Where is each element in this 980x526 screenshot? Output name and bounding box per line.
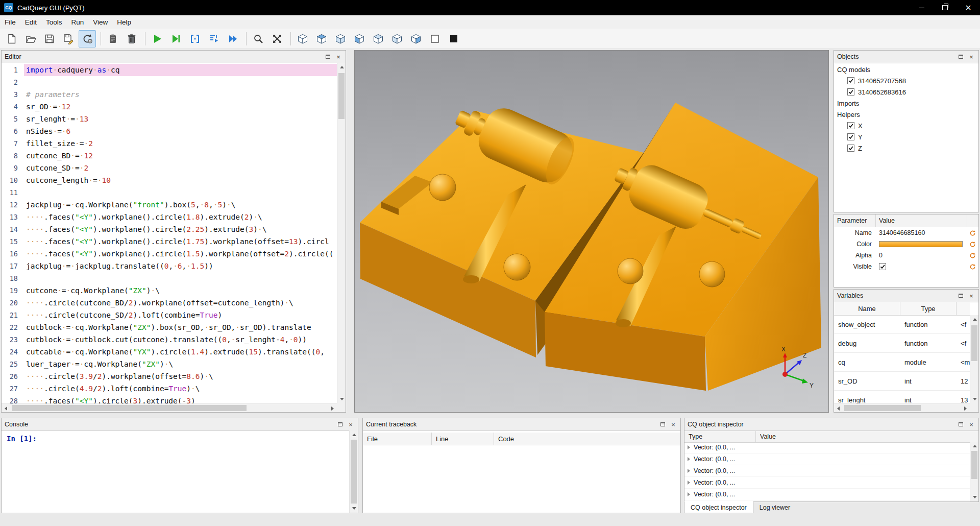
property-value[interactable]: 0 <box>876 252 967 259</box>
variable-row-debug[interactable]: debugfunction<f <box>834 334 970 353</box>
code-line[interactable]: 1import·cadquery·as·cq <box>2 64 337 76</box>
reset-button[interactable] <box>967 228 977 237</box>
code-line[interactable]: 14····.faces("<Y").workplane().circle(2.… <box>2 223 337 235</box>
tree-item-imports[interactable]: Imports <box>834 98 978 109</box>
expand-icon[interactable] <box>688 469 690 473</box>
code-line[interactable]: 9cutcone_SD·=·2 <box>2 162 337 174</box>
menu-view[interactable]: View <box>88 15 112 29</box>
inspector-vertical-scrollbar[interactable] <box>970 442 978 501</box>
debug-button[interactable] <box>167 30 185 47</box>
scrollbar-thumb[interactable] <box>971 451 977 479</box>
scrollbar-thumb[interactable] <box>351 440 357 504</box>
code-line[interactable]: 6nSides·=·6 <box>2 125 337 137</box>
tree-item-3140652683616[interactable]: 3140652683616 <box>834 86 978 98</box>
variables-vertical-scrollbar[interactable] <box>970 315 978 403</box>
scrollbar-thumb[interactable] <box>338 73 345 119</box>
console-input-area[interactable]: In [1]: <box>2 431 349 513</box>
inspector-row[interactable]: Vector: (0.0, ... <box>684 477 970 489</box>
objects-close-button[interactable]: × <box>967 53 975 61</box>
code-line[interactable]: 23cutblock·=·cutblock.cut(cutcone).trans… <box>2 333 337 346</box>
console-close-button[interactable]: × <box>347 420 355 428</box>
code-line[interactable]: 22cutblock·=·cq.Workplane("ZX").box(sr_O… <box>2 321 337 333</box>
step-next-button[interactable] <box>205 30 223 47</box>
code-line[interactable]: 26····.circle(3.9/2).workplane(offset=8.… <box>2 370 337 382</box>
menu-run[interactable]: Run <box>67 15 89 29</box>
code-line[interactable]: 21····.circle(cutcone_SD/2).loft(combine… <box>2 309 337 321</box>
inspector-row[interactable]: Vector: (0.0, ... <box>684 489 970 500</box>
save-button[interactable] <box>41 30 58 47</box>
tree-item-helpers[interactable]: Helpers <box>834 109 978 120</box>
fit-all-button[interactable] <box>268 30 286 47</box>
menu-help[interactable]: Help <box>112 15 136 29</box>
continue-button[interactable] <box>224 30 241 47</box>
menu-file[interactable]: File <box>0 15 20 29</box>
scrollbar-thumb[interactable] <box>12 405 247 411</box>
reset-button[interactable] <box>967 262 977 271</box>
code-line[interactable]: 7fillet_size·=·2 <box>2 137 337 150</box>
tab-cq-object-inspector[interactable]: CQ object inspector <box>684 501 753 513</box>
expand-icon[interactable] <box>688 481 690 485</box>
inspector-row[interactable]: Vector: (0.0, ... <box>684 465 970 477</box>
console-float-button[interactable] <box>336 420 344 428</box>
shaded-button[interactable] <box>445 30 462 47</box>
code-area[interactable]: 1import·cadquery·as·cq23# parameters4sr_… <box>2 63 337 403</box>
checkbox[interactable] <box>847 77 854 84</box>
maximize-button[interactable] <box>933 0 957 15</box>
tree-item-3140652707568[interactable]: 3140652707568 <box>834 75 978 86</box>
autoreload-button[interactable] <box>79 30 96 47</box>
code-line[interactable]: 13····.faces("<Y").workplane().circle(1.… <box>2 211 337 223</box>
editor-float-button[interactable] <box>324 53 332 61</box>
console-vertical-scrollbar[interactable] <box>349 431 358 513</box>
inspector-float-button[interactable] <box>957 420 965 428</box>
menu-tools[interactable]: Tools <box>41 15 67 29</box>
checkbox[interactable] <box>847 133 854 140</box>
code-line[interactable]: 28····.faces("<Y").circle(3).extrude(-3) <box>2 395 337 403</box>
inspector-close-button[interactable]: × <box>967 420 975 428</box>
checkbox[interactable] <box>847 88 854 95</box>
reset-button[interactable] <box>967 240 977 249</box>
tree-item-y[interactable]: Y <box>834 131 978 142</box>
color-swatch[interactable] <box>879 241 963 247</box>
expand-icon[interactable] <box>688 492 690 496</box>
code-line[interactable]: 8cutcone_BD·=·12 <box>2 150 337 162</box>
clear-code-button[interactable] <box>104 30 121 47</box>
top-view-button[interactable] <box>313 30 330 47</box>
tree-item-z[interactable]: Z <box>834 142 978 154</box>
zoom-button[interactable] <box>250 30 267 47</box>
delete-button[interactable] <box>123 30 140 47</box>
variables-close-button[interactable]: × <box>967 292 975 300</box>
checkbox[interactable] <box>847 122 854 129</box>
close-button[interactable]: × <box>957 0 980 15</box>
scrollbar-thumb[interactable] <box>844 405 921 411</box>
scrollbar-thumb[interactable] <box>971 325 977 361</box>
tab-log-viewer[interactable]: Log viewer <box>753 502 796 513</box>
editor-close-button[interactable]: × <box>334 53 342 61</box>
tree-item-cq-models[interactable]: CQ models <box>834 64 978 75</box>
open-file-button[interactable] <box>22 30 39 47</box>
save-as-button[interactable] <box>60 30 77 47</box>
reset-button[interactable] <box>967 251 977 260</box>
code-line[interactable]: 17jackplug·=·jackplug.translate((0,·6,·1… <box>2 260 337 272</box>
code-line[interactable]: 25luer_taper·=·cq.Workplane("ZX")·\ <box>2 358 337 370</box>
variables-float-button[interactable] <box>957 292 965 300</box>
code-line[interactable]: 16····.faces("<Y").workplane().circle(1.… <box>2 248 337 260</box>
code-line[interactable]: 27····.circle(4.9/2).loft(combine=True)·… <box>2 382 337 395</box>
code-line[interactable]: 10cutcone_length·=·10 <box>2 174 337 186</box>
back-view-button[interactable] <box>370 30 387 47</box>
front-view-button[interactable] <box>351 30 368 47</box>
menu-edit[interactable]: Edit <box>20 15 41 29</box>
visible-checkbox[interactable] <box>879 263 886 270</box>
code-line[interactable]: 4sr_OD·=·12 <box>2 101 337 113</box>
code-line[interactable]: 2 <box>2 76 337 88</box>
variable-row-sr_lenght[interactable]: sr_lenghtint13 <box>834 391 970 403</box>
right-view-button[interactable] <box>407 30 425 47</box>
step-button[interactable] <box>186 30 204 47</box>
property-value[interactable]: 3140646685160 <box>876 229 967 236</box>
tree-item-x[interactable]: X <box>834 120 978 131</box>
code-line[interactable]: 19cutcone·=·cq.Workplane("ZX")·\ <box>2 284 337 297</box>
code-line[interactable]: 24cutcable·=·cq.Workplane("YX").circle(1… <box>2 346 337 358</box>
inspector-row[interactable]: Vector: (0.0, ... <box>684 453 970 465</box>
bottom-view-button[interactable] <box>332 30 349 47</box>
code-line[interactable]: 12jackplug·=·cq.Workplane("front").box(5… <box>2 199 337 211</box>
code-line[interactable]: 3# parameters <box>2 88 337 101</box>
